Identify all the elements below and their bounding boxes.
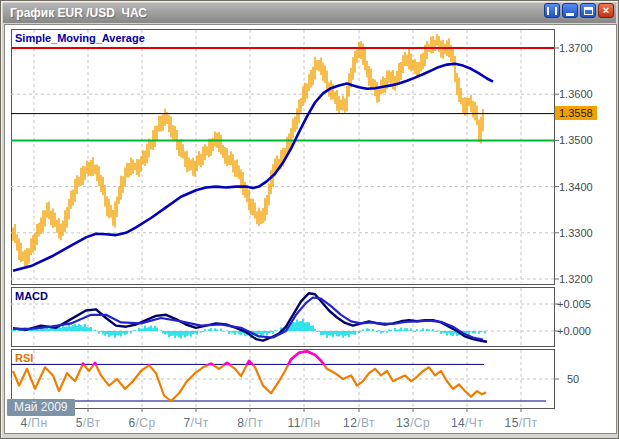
y-axis-label: 1.3500 <box>559 134 593 146</box>
window-title: График EUR /USD ЧАС <box>3 6 147 20</box>
y-axis-label: 1.3300 <box>559 227 593 239</box>
x-axis-label: 6/Ср <box>114 416 170 430</box>
y-axis-label: 1.3400 <box>559 181 593 193</box>
y-axis-label: +0.005 <box>557 298 591 310</box>
rsi-indicator-label: RSI <box>15 352 33 364</box>
maximize-icon[interactable] <box>580 3 596 18</box>
maximize-glyph <box>584 7 593 15</box>
rsi-indicator-panel[interactable] <box>11 349 555 409</box>
current-price-tag: 1.3558 <box>555 106 597 120</box>
y-axis-label: 1.3200 <box>559 273 593 285</box>
minimize-glyph <box>566 6 574 16</box>
chart-window: График EUR /USD ЧАС × Simple_Moving_Aver… <box>0 0 619 439</box>
pause-icon[interactable] <box>544 3 560 18</box>
x-axis-label: 7/Чт <box>168 416 224 430</box>
window-controls: × <box>544 3 614 18</box>
x-axis-label: 11/Пн <box>276 416 332 430</box>
y-axis-label: +0.000 <box>557 325 591 337</box>
x-axis-label: 14/Чт <box>439 416 495 430</box>
price-chart-panel[interactable] <box>11 29 555 285</box>
pause-glyph <box>547 7 557 15</box>
x-axis-label: 4/Пн <box>6 416 62 430</box>
title-bar[interactable]: График EUR /USD ЧАС <box>3 3 616 23</box>
minimize-icon[interactable] <box>562 3 578 18</box>
x-axis-label: 12/Вт <box>331 416 387 430</box>
x-axis-label: 8/Пт <box>222 416 278 430</box>
y-axis-label: 1.3600 <box>559 88 593 100</box>
sma-indicator-label: Simple_Moving_Average <box>15 32 145 44</box>
x-axis-label: 15/Пт <box>493 416 549 430</box>
y-axis-label: 1.3700 <box>559 42 593 54</box>
macd-indicator-label: MACD <box>15 290 48 302</box>
macd-indicator-panel[interactable] <box>11 287 555 347</box>
x-axis-label: 13/Ср <box>385 416 441 430</box>
x-axis-label: 5/Вт <box>60 416 116 430</box>
month-axis-label: Май 2009 <box>7 399 75 416</box>
close-icon[interactable]: × <box>598 3 614 18</box>
y-axis-label: 50 <box>567 373 579 385</box>
